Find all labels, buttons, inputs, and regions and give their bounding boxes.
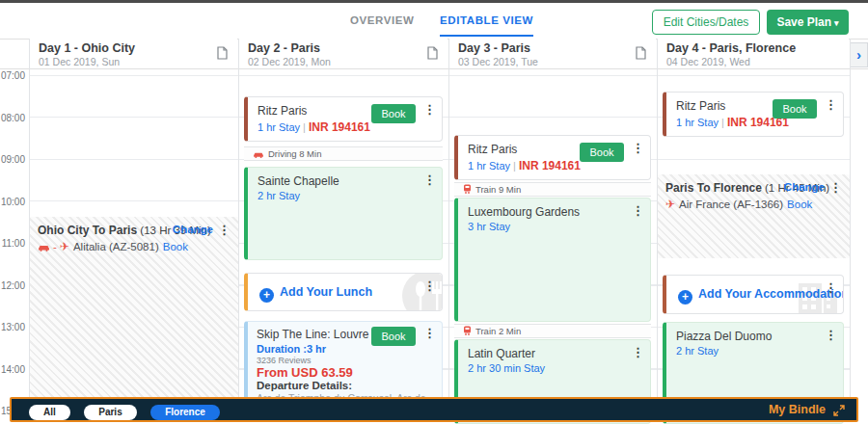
day1-date: 01 Dec 2019, Sun: [39, 56, 237, 67]
day1-title: Day 1 - Ohio City: [39, 41, 237, 56]
book-hotel-button[interactable]: Book: [580, 143, 624, 162]
hotel-price: INR 194161: [519, 159, 581, 172]
day3-date: 03 Dec 2019, Tue: [458, 56, 656, 67]
note-icon[interactable]: [636, 46, 646, 64]
kebab-menu-icon[interactable]: ⋮: [423, 279, 436, 293]
time-label: 13:00: [0, 322, 25, 332]
car-icon: [253, 150, 264, 158]
day3-column-header: Day 3 - Paris 03 Dec 2019, Tue: [449, 39, 656, 69]
time-label: 09:00: [0, 154, 25, 165]
tab-editable-view[interactable]: EDITABLE VIEW: [440, 5, 533, 37]
change-flight-link[interactable]: Change: [784, 181, 825, 193]
book-hotel-button[interactable]: Book: [773, 99, 817, 119]
activity-stay: 2 hr Stay: [258, 190, 300, 201]
plus-icon: +: [678, 290, 692, 305]
note-icon[interactable]: [427, 46, 438, 64]
plane-icon: ✈: [60, 240, 69, 253]
time-label: 08:00: [0, 113, 25, 123]
transit-segment-train[interactable]: Train 9 Min: [454, 182, 651, 197]
add-lunch-label: Add Your Lunch: [280, 285, 372, 299]
day4-title: Day 4 - Paris, Florence: [666, 41, 849, 56]
day3-title: Day 3 - Paris: [458, 41, 656, 56]
tour-duration: Duration :3 hr: [257, 343, 326, 355]
hotel-card-ritz-paris[interactable]: Ritz Paris 1 hr Stay|INR 194161 Book ⋮: [663, 92, 844, 137]
flight-carrier: Alitalia (AZ-5081): [73, 241, 159, 252]
activity-card-luxembourg-gardens[interactable]: Luxembourg Gardens 3 hr Stay ⋮: [454, 198, 651, 322]
note-icon[interactable]: [217, 46, 228, 64]
kebab-menu-icon[interactable]: ⋮: [423, 103, 436, 117]
day2-title: Day 2 - Paris: [248, 41, 448, 56]
transit-segment-train[interactable]: Train 2 Min: [454, 324, 651, 338]
edit-cities-dates-button[interactable]: Edit Cities/Dates: [652, 10, 760, 35]
day4-column-header: Day 4 - Paris, Florence 04 Dec 2019, Wed: [658, 39, 849, 69]
add-accommodation-label: Add Your Accommodation: [698, 287, 844, 301]
kebab-menu-icon[interactable]: ⋮: [423, 173, 436, 187]
time-label: 14:00: [0, 364, 25, 375]
add-accommodation-card[interactable]: +Add Your Accommodation ⋮: [663, 275, 844, 314]
tab-overview[interactable]: OVERVIEW: [350, 5, 415, 37]
fork-spoon-icon: [399, 273, 443, 311]
kebab-menu-icon[interactable]: ⋮: [829, 181, 842, 195]
stay-duration: 1 hr Stay: [676, 117, 719, 128]
activity-stay: 2 hr 30 min Stay: [468, 362, 545, 374]
add-lunch-action[interactable]: +Add Your Lunch: [259, 285, 372, 303]
hotel-card-ritz-paris[interactable]: Ritz Paris 1 hr Stay|INR 194161 Book ⋮: [454, 135, 651, 180]
book-flight-link[interactable]: Book: [787, 199, 812, 210]
day4-date: 04 Dec 2019, Wed: [666, 56, 849, 67]
book-flight-link[interactable]: Book: [163, 241, 188, 252]
transit-label: Train 9 Min: [475, 184, 521, 195]
my-bindle-bar: All Paris Florence My Bindle: [10, 397, 858, 422]
kebab-menu-icon[interactable]: ⋮: [632, 346, 644, 359]
book-tour-button[interactable]: Book: [371, 327, 416, 346]
activity-name: Sainte Chapelle: [258, 174, 339, 188]
plane-icon: ✈: [665, 198, 675, 211]
kebab-menu-icon[interactable]: ⋮: [825, 98, 837, 112]
add-lunch-card[interactable]: +Add Your Lunch ⋮: [244, 273, 443, 311]
kebab-menu-icon[interactable]: ⋮: [218, 224, 231, 237]
stay-duration: 1 hr Stay: [468, 160, 510, 172]
filter-pill-all[interactable]: All: [29, 405, 70, 420]
flight-carrier: Air France (AF-1366): [679, 199, 783, 210]
kebab-menu-icon[interactable]: ⋮: [632, 204, 644, 218]
hotel-name: Ritz Paris: [258, 104, 307, 118]
stay-duration: 1 hr Stay: [258, 121, 300, 133]
expand-icon[interactable]: [833, 405, 845, 416]
book-hotel-button[interactable]: Book: [371, 104, 416, 123]
my-bindle-toggle[interactable]: My Bindle: [769, 403, 826, 416]
save-plan-button[interactable]: Save Plan▾: [767, 10, 849, 35]
activity-card-sainte-chapelle[interactable]: Sainte Chapelle 2 hr Stay ⋮: [244, 167, 443, 260]
activity-name: Luxembourg Gardens: [468, 205, 580, 219]
transit-label: Driving 8 Min: [268, 148, 321, 159]
activity-stay: 2 hr Stay: [676, 345, 719, 357]
add-accommodation-action[interactable]: +Add Your Accommodation: [678, 287, 844, 305]
transit-segment-driving[interactable]: Driving 8 Min: [244, 146, 443, 161]
change-flight-link[interactable]: Change: [173, 224, 213, 235]
filter-pill-florence[interactable]: Florence: [150, 405, 220, 420]
flight-card-ohio-paris[interactable]: Ohio City To Paris (13 Hr 39 Min) Change…: [30, 217, 238, 397]
train-icon: [463, 184, 472, 194]
train-icon: [463, 326, 472, 335]
filter-pills: All Paris Florence: [29, 402, 230, 420]
activity-name: Piazza Del Duomo: [676, 330, 772, 343]
flight-card-paris-florence[interactable]: Paris To Florence (1 Hr 45 Min) Change ⋮…: [658, 174, 850, 258]
pipe-separator: |: [721, 117, 724, 128]
hotel-stay-line: 1 hr Stay|INR 194161: [258, 120, 370, 134]
transit-label: Train 2 Min: [475, 326, 521, 336]
activity-name: Latin Quarter: [468, 347, 535, 360]
flight-carrier-line: ✈Air France (AF-1366)Book: [665, 198, 812, 211]
day2-date: 02 Dec 2019, Mon: [248, 56, 448, 67]
kebab-menu-icon[interactable]: ⋮: [423, 327, 436, 340]
tour-price: From USD 63.59: [257, 365, 353, 380]
next-day-arrow-button[interactable]: ›: [850, 42, 868, 67]
filter-pill-paris[interactable]: Paris: [84, 405, 136, 420]
dash-separator: -: [53, 241, 57, 252]
pipe-separator: |: [303, 121, 306, 133]
column-separator: [448, 39, 449, 422]
kebab-menu-icon[interactable]: ⋮: [825, 329, 837, 342]
hotel-card-ritz-paris[interactable]: Ritz Paris 1 hr Stay|INR 194161 Book ⋮: [244, 96, 443, 142]
tour-departure-label: Departure Details:: [257, 380, 352, 391]
flight-route-name: Paris To Florence: [665, 181, 762, 195]
kebab-menu-icon[interactable]: ⋮: [825, 281, 837, 295]
kebab-menu-icon[interactable]: ⋮: [632, 142, 644, 155]
tour-reviews: 3236 Reviews: [257, 356, 312, 365]
